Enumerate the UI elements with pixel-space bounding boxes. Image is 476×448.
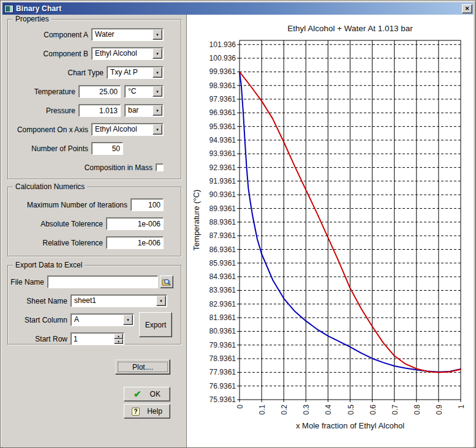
y-tick-label: 77.9361 (210, 368, 236, 376)
start-row-spinner[interactable]: ▲ ▼ (70, 332, 124, 345)
settings-panel: Properties Component A Water ▼ Component… (2, 15, 186, 447)
max-iterations-label: Maximum Number of Iterations (14, 201, 130, 209)
max-iterations-input[interactable] (130, 198, 164, 211)
component-on-x-axis-select[interactable]: Ethyl Alcohol ▼ (91, 123, 164, 136)
y-tick-label: 88.9361 (210, 218, 236, 226)
check-icon: ✔ (134, 389, 142, 400)
x-tick-label: 0.7 (391, 405, 399, 415)
plot-button-label: Plot.... (132, 363, 153, 371)
chart-type-label: Chart Type (11, 69, 107, 77)
pressure-label: Pressure (12, 106, 78, 115)
x-tick-label: 1 (457, 405, 466, 409)
pressure-input[interactable] (78, 104, 121, 117)
relative-tolerance-input[interactable] (106, 236, 164, 249)
y-tick-label: 80.9361 (210, 327, 236, 335)
export-legend: Export Data to Excel (13, 261, 85, 269)
chart-panel: 101.936100.93699.936198.936197.936196.93… (186, 15, 474, 447)
temperature-unit-select[interactable]: °C ▼ (124, 85, 164, 98)
chevron-down-icon[interactable]: ▼ (153, 105, 162, 116)
relative-tolerance-label: Relative Tolerence (17, 239, 106, 247)
chevron-down-icon[interactable]: ▼ (153, 124, 162, 135)
chart-title: Ethyl Alcohol + Water At 1.013 bar (287, 24, 413, 33)
start-column-label: Start Column (14, 316, 70, 324)
y-tick-label: 95.9361 (210, 122, 236, 131)
component-b-value: Ethyl Alcohol (93, 48, 153, 59)
file-name-label: File Name (8, 278, 47, 286)
y-tick-label: 98.9361 (210, 81, 236, 90)
pressure-unit-select[interactable]: bar ▼ (124, 104, 164, 117)
chevron-down-icon[interactable]: ▼ (156, 296, 166, 306)
y-tick-label: 82.9361 (210, 300, 236, 308)
chevron-down-icon[interactable]: ▼ (153, 86, 162, 97)
calculation-numerics-legend: Calculation Numerics (13, 182, 87, 191)
ok-button[interactable]: ✔ OK (124, 387, 170, 401)
y-tick-label: 97.9361 (210, 95, 236, 103)
x-tick-label: 0.3 (302, 405, 311, 415)
absolute-tolerance-input[interactable] (106, 217, 164, 230)
chevron-down-icon[interactable]: ▼ (153, 48, 162, 59)
y-tick-label: 85.9361 (210, 259, 236, 267)
y-tick-label: 93.9361 (210, 149, 236, 158)
properties-legend: Properties (13, 15, 51, 23)
properties-group: Properties Component A Water ▼ Component… (7, 19, 181, 179)
export-button[interactable]: Export (139, 312, 172, 337)
component-on-x-axis-value: Ethyl Alcohol (93, 124, 153, 135)
x-tick-label: 0.1 (258, 405, 266, 415)
x-tick-label: 0.5 (347, 405, 355, 415)
number-of-points-label: Number of Points (12, 144, 91, 153)
help-button-label: Help (147, 407, 162, 416)
help-button[interactable]: ? Help (124, 404, 170, 419)
temperature-label: Temperature (12, 88, 78, 96)
start-column-select[interactable]: A ▼ (70, 313, 134, 326)
close-button[interactable]: ✕ (462, 4, 472, 13)
y-tick-label: 92.9361 (210, 163, 236, 172)
number-of-points-input[interactable] (91, 142, 123, 155)
chevron-down-icon[interactable]: ▼ (123, 315, 133, 325)
composition-in-mass-checkbox[interactable] (156, 163, 164, 171)
sheet-name-select[interactable]: sheet1 ▼ (70, 294, 167, 307)
title-bar[interactable]: Binary Chart ✕ (2, 2, 474, 15)
y-tick-label: 76.9361 (210, 382, 236, 390)
file-name-input[interactable] (47, 275, 158, 288)
plot-button[interactable]: Plot.... (115, 359, 170, 375)
y-tick-label: 84.9361 (210, 272, 236, 281)
browse-button[interactable] (160, 275, 173, 288)
browse-folder-search-icon (162, 278, 172, 286)
y-tick-label: 101.936 (210, 40, 236, 49)
x-tick-label: 0.6 (369, 405, 377, 415)
component-b-select[interactable]: Ethyl Alcohol ▼ (91, 47, 164, 60)
help-icon: ? (132, 408, 140, 416)
y-tick-label: 79.9361 (210, 341, 236, 349)
spin-up-icon[interactable]: ▲ (114, 334, 123, 339)
app-icon (4, 5, 13, 13)
chevron-down-icon[interactable]: ▼ (153, 67, 162, 78)
y-tick-label: 78.9361 (210, 354, 236, 363)
close-icon: ✕ (465, 6, 470, 12)
ok-button-label: OK (150, 390, 161, 398)
window-title: Binary Chart (16, 4, 462, 13)
start-row-label: Start Row (14, 335, 70, 343)
component-a-select[interactable]: Water ▼ (91, 28, 164, 41)
start-column-value: A (72, 315, 123, 325)
chart-type-select[interactable]: Txy At P ▼ (107, 66, 164, 79)
component-a-value: Water (93, 29, 153, 40)
absolute-tolerance-label: Absolute Tolerence (17, 220, 106, 228)
component-a-label: Component A (12, 31, 91, 39)
temperature-input[interactable] (78, 85, 121, 98)
export-group: Export Data to Excel File Name Sheet Nam… (7, 265, 181, 345)
x-tick-label: 0.9 (435, 405, 444, 415)
y-axis-label: Temperature (°C) (192, 190, 201, 251)
y-tick-label: 81.9361 (210, 313, 236, 322)
x-tick-label: 0.4 (324, 405, 333, 415)
start-row-input[interactable] (72, 334, 114, 344)
y-tick-label: 91.9361 (210, 177, 236, 185)
composition-in-mass-label: Composition in Mass (85, 163, 156, 172)
x-tick-label: 0.8 (413, 405, 421, 415)
y-tick-label: 94.9361 (210, 136, 236, 144)
pressure-unit-value: bar (126, 105, 153, 116)
spin-down-icon[interactable]: ▼ (114, 339, 123, 345)
chevron-down-icon[interactable]: ▼ (153, 29, 162, 40)
x-tick-label: 0 (236, 405, 244, 409)
component-on-x-axis-label: Component On x Axis (12, 125, 91, 134)
calculation-numerics-group: Calculation Numerics Maximum Number of I… (7, 187, 181, 256)
